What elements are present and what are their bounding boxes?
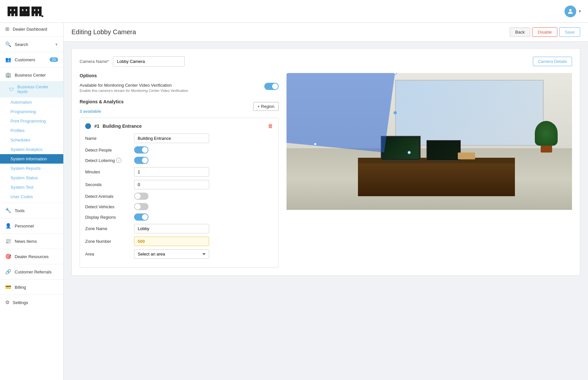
left-column: Options Available for Monitoring Center …	[80, 73, 279, 268]
submenu-item-system-reports[interactable]: System Reports	[0, 164, 63, 173]
regions-title-group: Regions & Analytics 3 available	[80, 99, 124, 114]
loitering-info-icon[interactable]: i	[116, 158, 121, 163]
logo-area	[7, 3, 46, 20]
sidebar-bcn-label: Business Center North	[17, 84, 58, 94]
svg-point-16	[41, 15, 43, 17]
detect-vehicles-label: Detect Vehicles	[85, 204, 131, 209]
submenu-item-system-information[interactable]: System Information	[0, 154, 63, 164]
detect-loitering-label: Detect Loitering i	[85, 158, 131, 163]
detect-vehicles-toggle[interactable]	[134, 203, 148, 210]
camera-name-row: Camera Name* Camera Details	[80, 56, 572, 66]
billing-icon: 💳	[5, 284, 11, 290]
detect-animals-toggle[interactable]	[134, 193, 148, 200]
detect-people-label: Detect People	[85, 148, 131, 153]
sidebar-item-billing[interactable]: 💳 Billing	[0, 281, 63, 293]
lobby-scene	[286, 73, 572, 210]
regions-header: Regions & Analytics 3 available + Region	[80, 99, 279, 114]
submenu-item-user-codes[interactable]: User Codes	[0, 192, 63, 201]
detect-people-toggle[interactable]	[134, 146, 148, 153]
corner-handle-br[interactable]	[408, 151, 411, 154]
save-button[interactable]: Save	[559, 27, 580, 37]
right-column	[286, 73, 572, 268]
shield-icon: 🛡	[9, 87, 14, 92]
submenu-item-system-status[interactable]: System Status	[0, 173, 63, 183]
submenu-item-programming[interactable]: Programming	[0, 107, 63, 116]
scene-plant-pot	[541, 146, 552, 153]
dmp-logo	[7, 3, 46, 20]
disable-button[interactable]: Disable	[532, 27, 557, 37]
sidebar-referrals-label: Customer Referrals	[15, 270, 58, 274]
corner-handle-mid[interactable]	[394, 111, 397, 114]
submenu-item-system-test[interactable]: System Test	[0, 183, 63, 192]
mcvv-toggle[interactable]	[264, 83, 279, 90]
detect-loitering-toggle[interactable]	[134, 157, 148, 164]
personnel-icon: 👤	[5, 223, 11, 229]
zone-name-row: Zone Name	[85, 224, 273, 233]
add-region-button[interactable]: + Region	[253, 102, 279, 111]
sidebar-dealer-dashboard-label: Dealer Dashboard	[13, 27, 58, 32]
regions-section-title: Regions & Analytics	[80, 99, 124, 104]
submenu-item-profiles[interactable]: Profiles	[0, 126, 63, 135]
scene-desk	[358, 163, 515, 196]
sidebar-item-customers[interactable]: 👥 Customers 20	[0, 53, 63, 66]
sidebar: ⊞ Dealer Dashboard 🔍 Search ▼ 👥 Customer…	[0, 23, 64, 380]
camera-details-button[interactable]: Camera Details	[533, 57, 572, 66]
submenu-item-automation[interactable]: Automation	[0, 97, 63, 107]
camera-name-input[interactable]	[113, 56, 185, 66]
name-field-label: Name	[85, 136, 131, 141]
seconds-input[interactable]	[134, 180, 209, 189]
sidebar-dealer-resources-label: Dealer Resources	[15, 254, 58, 259]
regions-section: Regions & Analytics 3 available + Region	[80, 99, 279, 268]
back-button[interactable]: Back	[510, 27, 530, 37]
sidebar-item-news-items[interactable]: 📰 News Items	[0, 235, 63, 247]
sidebar-item-settings[interactable]: ⚙ Settings	[0, 296, 63, 309]
sidebar-news-label: News Items	[15, 239, 58, 244]
submenu: Automation Programming Print Programming…	[0, 97, 63, 201]
region-dot	[85, 123, 91, 129]
chevron-down-icon: ▼	[578, 9, 581, 13]
sidebar-customers-label: Customers	[15, 57, 46, 62]
submenu-item-system-analytics[interactable]: System Analytics	[0, 145, 63, 154]
zone-number-input[interactable]	[134, 237, 209, 246]
zone-name-label: Zone Name	[85, 226, 131, 231]
sidebar-item-tools[interactable]: 🔧 Tools	[0, 204, 63, 217]
area-select[interactable]: Select an area	[134, 249, 209, 259]
display-regions-label: Display Regions	[85, 215, 131, 220]
seconds-row: Seconds	[85, 180, 273, 189]
sidebar-item-personnel[interactable]: 👤 Personnel	[0, 220, 63, 232]
minutes-row: Minutes	[85, 167, 273, 177]
region-header: #1 Building Entrance 🗑	[85, 123, 273, 129]
sidebar-item-business-center-north[interactable]: 🛡 Business Center North	[0, 81, 63, 97]
tools-icon: 🔧	[5, 208, 11, 213]
sidebar-item-dealer-dashboard[interactable]: ⊞ Dealer Dashboard	[0, 23, 63, 35]
corner-handle-bl[interactable]	[314, 142, 317, 146]
header-buttons: Back Disable Save	[510, 27, 580, 37]
zone-number-row: Zone Number	[85, 237, 273, 246]
camera-name-left: Camera Name*	[80, 56, 185, 66]
mcvv-option-text: Available for Monitoring Center Video Ve…	[80, 83, 188, 93]
svg-rect-4	[8, 11, 15, 13]
region-card: #1 Building Entrance 🗑 Name	[80, 118, 279, 268]
user-area[interactable]: ▼	[565, 6, 581, 17]
sidebar-item-customer-referrals[interactable]: 🔗 Customer Referrals	[0, 266, 63, 278]
gear-icon: ⚙	[5, 300, 9, 305]
avatar	[565, 6, 576, 17]
layout: ⊞ Dealer Dashboard 🔍 Search ▼ 👥 Customer…	[0, 23, 588, 380]
region-name-input[interactable]	[134, 134, 209, 143]
region-name-text: Building Entrance	[103, 124, 142, 129]
content-area: Camera Name* Camera Details Options Avai…	[64, 42, 588, 380]
scene-desk-items	[458, 153, 475, 159]
minutes-input[interactable]	[134, 167, 209, 177]
detect-loitering-row: Detect Loitering i	[85, 157, 273, 164]
scene-plant	[535, 121, 558, 146]
display-regions-toggle[interactable]	[134, 213, 148, 221]
delete-region-icon[interactable]: 🗑	[268, 123, 273, 129]
main-card: Camera Name* Camera Details Options Avai…	[71, 48, 580, 276]
submenu-item-print-programming[interactable]: Print Programming	[0, 116, 63, 126]
region-title: #1 Building Entrance	[85, 123, 142, 129]
submenu-item-schedules[interactable]: Schedules	[0, 135, 63, 145]
sidebar-item-business-center[interactable]: 🏢 Business Center	[0, 69, 63, 81]
zone-name-input[interactable]	[134, 224, 209, 233]
sidebar-item-dealer-resources[interactable]: 🎯 Dealer Resources	[0, 250, 63, 263]
sidebar-item-search[interactable]: 🔍 Search ▼	[0, 38, 63, 51]
